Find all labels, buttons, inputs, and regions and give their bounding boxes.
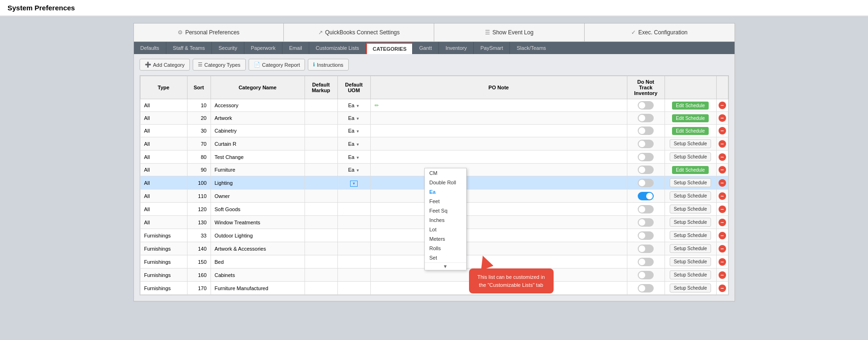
cell-uom[interactable]: Ea ▼ — [337, 164, 370, 176]
setup-schedule-button[interactable]: Setup Schedule — [670, 205, 712, 213]
cell-po-note[interactable] — [370, 176, 627, 190]
cell-no-track[interactable] — [627, 242, 665, 255]
cell-markup[interactable] — [305, 282, 337, 295]
cell-no-track[interactable] — [627, 269, 665, 282]
cell-remove[interactable]: − — [716, 190, 728, 203]
toggle-off[interactable] — [638, 245, 654, 253]
setup-schedule-button[interactable]: Setup Schedule — [670, 257, 712, 266]
remove-button[interactable]: − — [719, 153, 726, 161]
tab-personal[interactable]: ⚙ Personal Preferences — [134, 24, 284, 41]
uom-caret[interactable]: ▼ — [356, 117, 360, 121]
uom-caret[interactable]: ▼ — [356, 129, 360, 134]
cell-schedule[interactable]: Setup Schedule — [665, 282, 716, 295]
cell-po-note[interactable] — [370, 150, 627, 164]
cell-uom[interactable] — [337, 255, 370, 269]
dropdown-item-feetsq[interactable]: Feet Sq — [425, 206, 466, 215]
toggle-off[interactable] — [638, 101, 654, 110]
toggle-off[interactable] — [638, 179, 654, 187]
cell-no-track[interactable] — [627, 137, 665, 150]
cell-uom[interactable]: Ea ▼ — [337, 125, 370, 137]
cell-uom[interactable]: ▼ — [337, 176, 370, 190]
cell-remove[interactable]: − — [716, 216, 728, 229]
toggle-off[interactable] — [638, 218, 654, 227]
cell-po-note[interactable] — [370, 203, 627, 216]
tab-quickbooks[interactable]: ↗ QuickBooks Connect Settings — [284, 24, 434, 41]
cell-po-note[interactable] — [370, 255, 627, 269]
cell-no-track[interactable] — [627, 99, 665, 112]
cell-markup[interactable] — [305, 242, 337, 255]
dropdown-item-meters[interactable]: Meters — [425, 234, 466, 244]
toggle-on[interactable] — [638, 192, 654, 200]
cell-remove[interactable]: − — [716, 255, 728, 269]
toggle-off[interactable] — [638, 127, 654, 135]
cell-schedule[interactable]: Setup Schedule — [665, 203, 716, 216]
edit-po-icon[interactable]: ✏ — [375, 103, 379, 108]
dropdown-item-ea[interactable]: Ea — [425, 187, 466, 197]
dropdown-item-set[interactable]: Set — [425, 253, 466, 262]
cell-remove[interactable]: − — [716, 176, 728, 190]
cell-schedule[interactable]: Edit Schedule — [665, 125, 716, 137]
cell-uom[interactable] — [337, 203, 370, 216]
toggle-off[interactable] — [638, 114, 654, 122]
setup-schedule-button[interactable]: Setup Schedule — [670, 284, 712, 293]
cell-po-note[interactable] — [370, 242, 627, 255]
remove-button[interactable]: − — [719, 127, 726, 134]
cell-po-note[interactable] — [370, 112, 627, 125]
sub-nav-categories[interactable]: CATEGORIES — [366, 43, 413, 54]
cell-schedule[interactable]: Edit Schedule — [665, 99, 716, 112]
toggle-off[interactable] — [638, 231, 654, 240]
category-report-button[interactable]: 📄 Category Report — [249, 59, 305, 71]
cell-schedule[interactable]: Setup Schedule — [665, 137, 716, 150]
cell-remove[interactable]: − — [716, 150, 728, 164]
cell-schedule[interactable]: Setup Schedule — [665, 190, 716, 203]
edit-schedule-button[interactable]: Edit Schedule — [672, 114, 709, 122]
dropdown-scroll-down[interactable]: ▼ — [425, 262, 466, 270]
cell-no-track[interactable] — [627, 150, 665, 164]
cell-no-track[interactable] — [627, 282, 665, 295]
cell-markup[interactable] — [305, 190, 337, 203]
cell-schedule[interactable]: Setup Schedule — [665, 242, 716, 255]
uom-dropdown[interactable]: CM Double Roll Ea Feet Feet Sq Inches Lo… — [424, 168, 467, 270]
remove-button[interactable]: − — [719, 271, 726, 279]
remove-button[interactable]: − — [719, 102, 726, 109]
sub-nav-slack[interactable]: Slack/Teams — [510, 42, 552, 54]
cell-no-track[interactable] — [627, 203, 665, 216]
cell-uom[interactable]: Ea ▼ — [337, 112, 370, 125]
cell-remove[interactable]: − — [716, 242, 728, 255]
dropdown-item-rolls[interactable]: Rolls — [425, 244, 466, 253]
cell-markup[interactable] — [305, 164, 337, 176]
cell-remove[interactable]: − — [716, 282, 728, 295]
uom-caret[interactable]: ▼ — [356, 104, 360, 108]
cell-remove[interactable]: − — [716, 203, 728, 216]
toggle-off[interactable] — [638, 166, 654, 174]
cell-remove[interactable]: − — [716, 112, 728, 125]
cell-uom[interactable] — [337, 282, 370, 295]
cell-po-note[interactable] — [370, 125, 627, 137]
cell-uom[interactable]: Ea ▼ — [337, 99, 370, 112]
cell-remove[interactable]: − — [716, 269, 728, 282]
cell-markup[interactable] — [305, 255, 337, 269]
setup-schedule-button[interactable]: Setup Schedule — [670, 139, 712, 148]
cell-uom[interactable]: Ea ▼ — [337, 150, 370, 164]
sub-nav-inventory[interactable]: Inventory — [439, 42, 474, 54]
cell-schedule[interactable]: Setup Schedule — [665, 150, 716, 164]
tab-exec[interactable]: ✓ Exec. Configuration — [585, 24, 735, 41]
remove-button[interactable]: − — [719, 179, 726, 187]
cell-markup[interactable] — [305, 137, 337, 150]
cell-no-track[interactable] — [627, 255, 665, 269]
cell-markup[interactable] — [305, 112, 337, 125]
remove-button[interactable]: − — [719, 219, 726, 226]
instructions-button[interactable]: ℹ Instructions — [308, 59, 348, 71]
cell-markup[interactable] — [305, 125, 337, 137]
uom-caret-open[interactable]: ▼ — [350, 181, 358, 187]
cell-markup[interactable] — [305, 203, 337, 216]
cell-schedule[interactable]: Setup Schedule — [665, 176, 716, 190]
toggle-off[interactable] — [638, 205, 654, 213]
cell-schedule[interactable]: Setup Schedule — [665, 216, 716, 229]
cell-markup[interactable] — [305, 176, 337, 190]
toggle-off[interactable] — [638, 140, 654, 148]
cell-schedule[interactable]: Edit Schedule — [665, 112, 716, 125]
toggle-off[interactable] — [638, 258, 654, 266]
cell-markup[interactable] — [305, 269, 337, 282]
remove-button[interactable]: − — [719, 245, 726, 253]
